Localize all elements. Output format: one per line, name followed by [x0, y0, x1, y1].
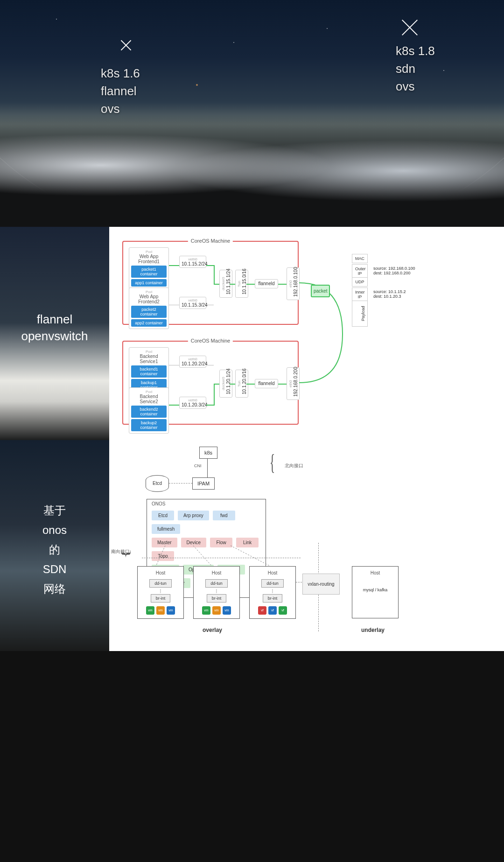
star-icon [233, 42, 234, 43]
link-line [169, 365, 179, 365]
pod-container: packet1 container [131, 266, 167, 278]
stack-left-line: k8s 1.6 [101, 64, 140, 82]
veth-name: veth0 [182, 298, 204, 302]
veth0-b: veth0 10.1.15.3/24 [179, 297, 206, 309]
veth-name: veth0 [182, 357, 204, 361]
eth0-name: eth0 [288, 280, 293, 287]
pod-backend1: Pod Backend Service1 backend1 container … [129, 347, 169, 393]
pod-backend2: Pod Backend Service2 backend2 container … [129, 387, 169, 434]
flow-line [169, 405, 179, 406]
pod-container: backend2 container [131, 406, 167, 418]
outer-dst: dest: 192.168.0.200 [373, 271, 419, 275]
pod-sq: vm [202, 606, 210, 615]
pod-container: app1 container [131, 279, 167, 287]
svg-line-1 [193, 546, 212, 566]
fanout-lines [109, 546, 305, 569]
vxlan-routing: vxlan-routing [302, 574, 340, 595]
star-icon [196, 84, 198, 86]
machine-title: CoreOS Machine [188, 238, 233, 244]
underlay-item: mysql / kafka [356, 588, 394, 592]
pod-name: Backend Service2 [131, 394, 167, 404]
packet-node: packet [311, 285, 330, 297]
proto-h: Outer IP [355, 266, 364, 276]
veth-ip: 10.1.15.3/24 [182, 302, 204, 308]
chip: Etcd [152, 511, 174, 520]
chip: Arp proxy [178, 511, 209, 520]
dashed-line [169, 483, 192, 484]
eth0-ip: 192.168.0.200 [293, 367, 298, 397]
docker0-ip: 10.1.15.1/24 [226, 268, 231, 294]
flow-line [246, 384, 255, 385]
stack-right-line: k8s 1.8 [396, 42, 435, 60]
stack-left-line: flannel [101, 82, 140, 100]
ipam-box: IPAM [192, 477, 215, 490]
pod-container: backend1 container [131, 365, 167, 378]
flow-line [230, 284, 235, 285]
host-overlay-1: Host dd-tun | br-int vm vm vm [137, 566, 184, 619]
svg-line-2 [231, 546, 270, 566]
north-interface: 北向接口 [285, 463, 303, 469]
host-overlay-3: Host dd-tun | br-int vf vf vf [249, 566, 296, 619]
docker0-name: docker0 [221, 377, 225, 390]
pod-sq: vf [279, 606, 287, 615]
proto-outer-detail: source: 192.168.0.100 dest: 192.168.0.20… [371, 264, 422, 277]
stack-right-line: sdn [396, 60, 435, 77]
host-node: dd-tun [261, 579, 284, 588]
stack-right: k8s 1.8 sdn ovs [396, 42, 435, 95]
flow-line [278, 284, 287, 285]
slide-hero: k8s 1.6 flannel ovs k8s 1.8 sdn ovs [0, 0, 504, 227]
pod-container: packet2 container [131, 306, 167, 318]
veth-ip: 10.1.20.3/24 [182, 402, 204, 407]
stack-right-line: ovs [396, 77, 435, 95]
host-label: Host [253, 570, 292, 575]
docker0-name: docker0 [221, 277, 225, 290]
pod-label: Pod [131, 390, 167, 394]
proto-h: Inner IP [355, 290, 364, 299]
footer-blank [0, 651, 504, 862]
flow-line [169, 265, 179, 266]
veth-name: veth0 [182, 257, 204, 261]
etcd-store: Etcd [146, 475, 169, 492]
sidebar-line: 网络 [0, 579, 109, 599]
eth0-name: eth0 [288, 380, 293, 387]
star-icon [327, 28, 328, 29]
machine-title: CoreOS Machine [188, 338, 233, 343]
sidebar-line: 基于 [0, 501, 109, 520]
pod-sq: vf [268, 606, 277, 615]
pod-sq: vm [156, 606, 165, 615]
star-icon [443, 70, 444, 71]
underlay-label: underlay [361, 627, 385, 633]
slide-flannel-title: flannel openvswitch [0, 311, 109, 344]
flow-line [278, 384, 287, 385]
pod-sq: vm [223, 606, 231, 615]
eth0-ip: 192.168.0.100 [293, 267, 298, 297]
flow-line [214, 265, 215, 284]
coreos-machine-2: CoreOS Machine Pod Backend Service1 back… [122, 341, 299, 425]
svg-line-0 [156, 546, 165, 566]
proto-mac: MAC [352, 254, 368, 263]
docker0-ip: 10.1.20.1/24 [226, 368, 231, 394]
k8s-box: k8s [199, 447, 217, 459]
host-overlay-2: Host dd-tun | br-int vm vm vm [193, 566, 240, 619]
sidebar-line: 的 [0, 540, 109, 560]
outer-src: source: 192.168.0.100 [373, 266, 419, 271]
proto-payload: Payload [352, 301, 368, 327]
flow-line [246, 284, 255, 285]
pod-container: app2 container [131, 319, 167, 327]
host-node: dd-tun [205, 579, 228, 588]
onos-label: ONOS [152, 501, 165, 506]
inner-dst: dest: 10.1.20.3 [373, 294, 419, 299]
pod-sq: vf [258, 606, 266, 615]
flannel-diagram: CoreOS Machine Pod Web App Frontend1 pac… [109, 227, 504, 440]
sidebar-line: onos [0, 520, 109, 540]
mountain-range [0, 115, 504, 227]
host-label: Host [197, 570, 236, 575]
veth0-b: veth0 10.1.20.3/24 [179, 397, 206, 409]
star-icon [56, 19, 57, 20]
slide-flannel-sidebar: flannel openvswitch [0, 227, 109, 440]
host-label: Host [356, 570, 394, 575]
chip: fwd [213, 511, 235, 520]
brace-icon: { [270, 449, 275, 475]
flow-line [214, 384, 215, 405]
pod-name: Web App Frontend2 [131, 294, 167, 304]
